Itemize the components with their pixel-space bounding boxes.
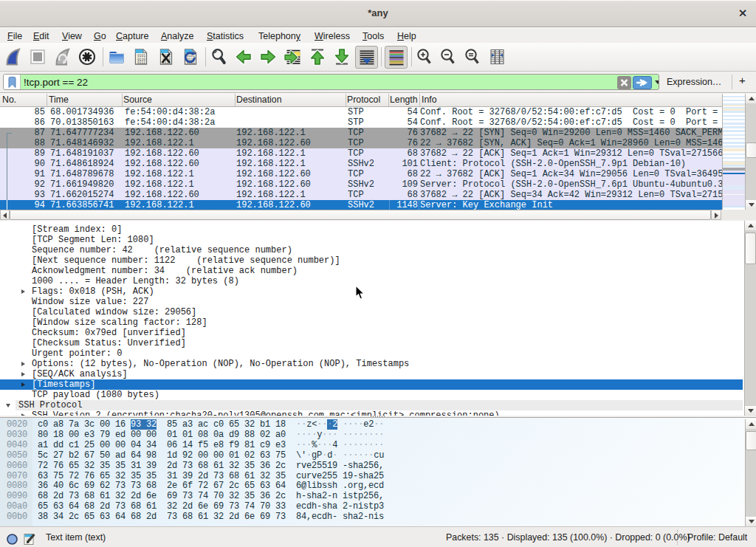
svg-text:0111: 0111 xyxy=(137,61,145,64)
